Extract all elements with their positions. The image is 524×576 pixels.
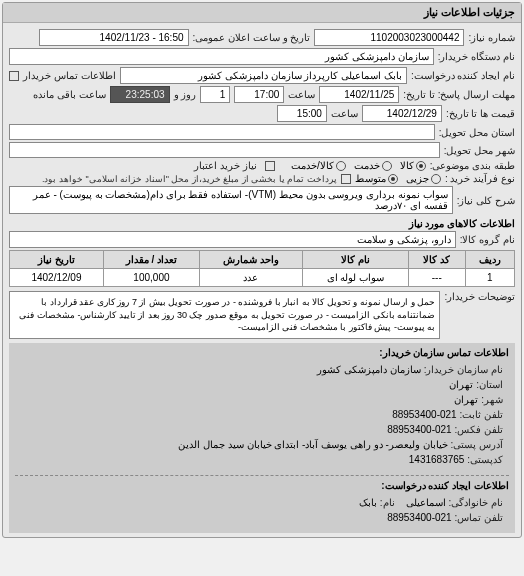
contact-requester-block: نام خانوادگی: اسماعیلی نام: بابک تلفن تم… [15, 491, 509, 529]
buyer-contact-label: اطلاعات تماس خریدار [23, 70, 116, 81]
cb-phone-lbl: تلفن ثابت: [459, 409, 503, 420]
proc-note-checkbox[interactable] [341, 174, 351, 184]
radio-icon [431, 174, 441, 184]
table-header-row: ردیف کد کالا نام کالا واحد شمارش تعداد /… [10, 251, 515, 269]
remaining-time-label: ساعت باقی مانده [33, 89, 106, 100]
cr-phone-lbl: تلفن تماس: [454, 512, 503, 523]
delivery-state-label: استان محل تحویل: [439, 127, 515, 138]
cat-goods-item[interactable]: کالا [400, 160, 426, 171]
cat-goods-lbl: کالا [400, 160, 414, 171]
delivery-city-label: شهر محل تحویل: [444, 145, 515, 156]
category-group: کالا خدمت کالا/خدمت نیاز خرید اعتبار [194, 160, 425, 171]
cb-state-lbl: استان: [476, 379, 503, 390]
cb-city-lbl: شهر: [481, 394, 503, 405]
contact-buyer-section: اطلاعات تماس سازمان خریدار: نام سازمان خ… [9, 343, 515, 533]
goods-group-label: نام گروه کالا: [460, 234, 515, 245]
remaining-days-label: روز و [174, 89, 197, 100]
main-panel: جزئیات اطلاعات نیاز شماره نیاز: 11020030… [2, 2, 522, 538]
radio-icon [382, 161, 392, 171]
price-until-time-label: ساعت [331, 108, 358, 119]
requester-label: نام ایجاد کننده درخواست: [411, 70, 515, 81]
process-group: جزیی متوسط [355, 173, 441, 184]
cell-unit: عدد [199, 269, 302, 287]
buy-process-label: نوع فرآیند خرید : [445, 173, 515, 184]
cr-family-lbl: نام خانوادگی: [448, 497, 503, 508]
requester-value: بابک اسماعیلی کارپرداز سازمان دامپزشکی ک… [120, 67, 407, 84]
row-need-desc: شرح کلی نیاز: سواب نمونه برداری ویروسی ب… [9, 186, 515, 214]
col-name: نام کالا [302, 251, 408, 269]
remaining-time: 23:25:03 [110, 86, 170, 103]
buyer-org-label: نام دستگاه خریدار: [438, 51, 515, 62]
cb-city: تهران [454, 394, 478, 405]
proc-note: پرداخت تمام یا بخشی از مبلغ خرید،از محل … [42, 174, 337, 184]
need-desc-value: سواب نمونه برداری ویروسی بدون محیط (VTM)… [9, 186, 453, 214]
buyer-note-label: توضیحات خریدار: [444, 291, 515, 302]
buyer-org-value: سازمان دامپزشکی کشور [9, 48, 434, 65]
panel-title: جزئیات اطلاعات نیاز [3, 3, 521, 23]
cb-zip: 1431683765 [409, 454, 465, 465]
col-code: کد کالا [408, 251, 465, 269]
cb-fax-lbl: تلفن فکس: [454, 424, 503, 435]
proc-mid-item[interactable]: متوسط [355, 173, 398, 184]
req-number-label: شماره نیاز: [468, 32, 515, 43]
goods-header: اطلاعات کالاهای مورد نیاز [9, 218, 515, 229]
announce-datetime-label: تاریخ و ساعت اعلان عمومی: [193, 32, 311, 43]
buyer-note-value: حمل و ارسال نمونه و تحویل کالا به انبار … [9, 291, 440, 339]
cell-code: --- [408, 269, 465, 287]
row-buyer-org: نام دستگاه خریدار: سازمان دامپزشکی کشور [9, 48, 515, 65]
row-price-until: قیمت ها تا تاریخ: 1402/12/29 ساعت 15:00 [9, 105, 515, 122]
radio-icon [416, 161, 426, 171]
col-date: تاریخ نیاز [10, 251, 104, 269]
panel-body: شماره نیاز: 1102003023000442 تاریخ و ساع… [3, 23, 521, 537]
credit-checkbox[interactable] [265, 161, 275, 171]
price-until-time: 15:00 [277, 105, 327, 122]
row-category: طبقه بندی موضوعی: کالا خدمت کالا/خدمت نی… [9, 160, 515, 171]
contact-buyer-block: نام سازمان خریدار: سازمان دامپزشکی کشور … [15, 358, 509, 471]
credit-label: نیاز خرید اعتبار [194, 160, 257, 171]
radio-icon [336, 161, 346, 171]
separator [15, 475, 509, 476]
row-buy-process: نوع فرآیند خرید : جزیی متوسط پرداخت تمام… [9, 173, 515, 184]
deadline-label: مهلت ارسال پاسخ: تا تاریخ: [403, 89, 515, 100]
cb-org-lbl: نام سازمان خریدار: [424, 364, 503, 375]
deadline-date: 1402/11/25 [319, 86, 399, 103]
req-number-value: 1102003023000442 [314, 29, 464, 46]
cr-name: بابک [359, 497, 377, 508]
col-qty: تعداد / مقدار [103, 251, 199, 269]
goods-group-value: دارو، پزشکی و سلامت [9, 231, 456, 248]
delivery-state-value [9, 124, 435, 140]
row-goods-group: نام گروه کالا: دارو، پزشکی و سلامت [9, 231, 515, 248]
cr-name-lbl: نام: [380, 497, 395, 508]
cb-fax: 021-88953400 [387, 424, 452, 435]
remaining-days: 1 [200, 86, 230, 103]
cat-credit-item[interactable]: کالا/خدمت [291, 160, 346, 171]
col-row: ردیف [465, 251, 514, 269]
row-buyer-note: توضیحات خریدار: حمل و ارسال نمونه و تحوی… [9, 291, 515, 339]
cell-name: سواب لوله ای [302, 269, 408, 287]
proc-high-lbl: جزیی [406, 173, 429, 184]
cr-family: اسماعیلی [406, 497, 446, 508]
delivery-city-value [9, 142, 440, 158]
row-deadline: مهلت ارسال پاسخ: تا تاریخ: 1402/11/25 سا… [9, 86, 515, 103]
row-delivery-city: شهر محل تحویل: [9, 142, 515, 158]
table-row: 1 --- سواب لوله ای عدد 100,000 1402/12/0… [10, 269, 515, 287]
proc-high-item[interactable]: جزیی [406, 173, 441, 184]
announce-datetime-value: 16:50 - 1402/11/23 [39, 29, 189, 46]
cb-phone: 021-88953400 [392, 409, 457, 420]
radio-icon [388, 174, 398, 184]
price-until-date: 1402/12/29 [362, 105, 442, 122]
category-label: طبقه بندی موضوعی: [430, 160, 515, 171]
cb-state: تهران [449, 379, 473, 390]
cat-credit-lbl: کالا/خدمت [291, 160, 334, 171]
cr-phone: 021-88953400 [387, 512, 452, 523]
cb-zip-lbl: کدپستی: [467, 454, 503, 465]
deadline-time-label: ساعت [288, 89, 315, 100]
row-requester: نام ایجاد کننده درخواست: بابک اسماعیلی ک… [9, 67, 515, 84]
price-until-label: قیمت ها تا تاریخ: [446, 108, 515, 119]
cat-service-item[interactable]: خدمت [354, 160, 392, 171]
cb-org: سازمان دامپزشکی کشور [317, 364, 421, 375]
col-unit: واحد شمارش [199, 251, 302, 269]
need-desc-label: شرح کلی نیاز: [457, 195, 515, 206]
contact-requester-header: اطلاعات ایجاد کننده درخواست: [15, 480, 509, 491]
buyer-contact-checkbox[interactable] [9, 71, 19, 81]
